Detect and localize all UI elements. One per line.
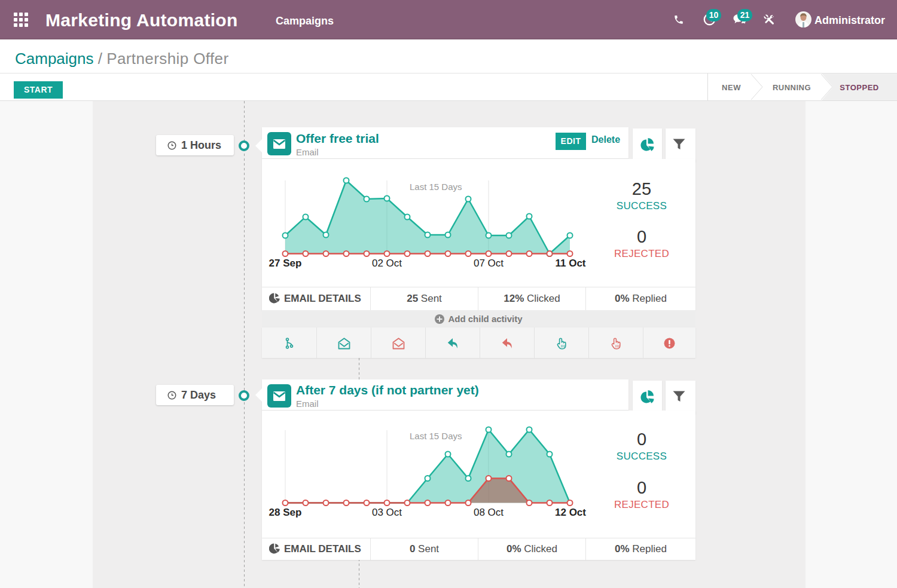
svg-text:STOPPED: STOPPED: [840, 83, 878, 92]
svg-text:Last 15 Days: Last 15 Days: [410, 431, 462, 441]
svg-text:NEW: NEW: [722, 83, 741, 92]
svg-text:02 Oct: 02 Oct: [372, 258, 402, 269]
svg-text:07 Oct: 07 Oct: [474, 258, 504, 269]
svg-text:RUNNING: RUNNING: [773, 83, 811, 92]
svg-text:27 Sep: 27 Sep: [269, 258, 302, 269]
svg-text:03 Oct: 03 Oct: [372, 507, 402, 518]
svg-text:11 Oct: 11 Oct: [555, 258, 585, 269]
svg-text:Last 15 Days: Last 15 Days: [410, 182, 462, 192]
svg-text:28 Sep: 28 Sep: [269, 507, 302, 518]
svg-text:08 Oct: 08 Oct: [474, 507, 504, 518]
svg-text:12 Oct: 12 Oct: [555, 507, 586, 518]
